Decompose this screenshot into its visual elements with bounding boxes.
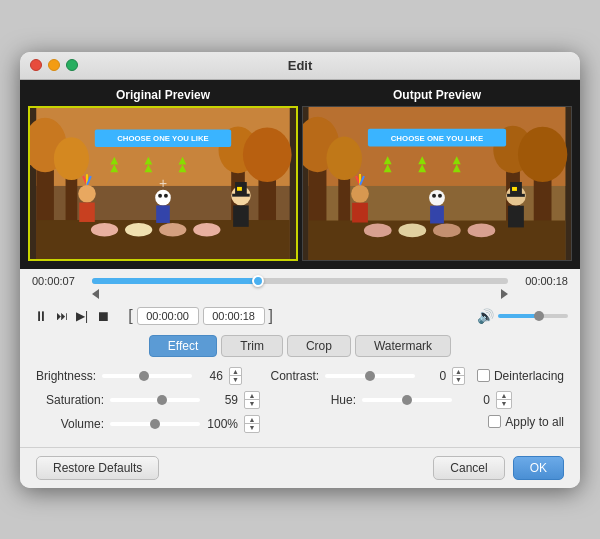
svg-point-49: [399, 223, 427, 237]
apply-to-all-checkbox[interactable]: [488, 415, 501, 428]
svg-point-14: [193, 222, 220, 236]
svg-point-42: [326, 136, 362, 179]
pause-button[interactable]: ⏸: [32, 307, 50, 325]
titlebar: Edit: [20, 52, 580, 80]
svg-rect-68: [507, 193, 525, 196]
main-window: Edit Original Preview: [20, 52, 580, 488]
volume-control-slider[interactable]: [110, 422, 200, 426]
stop-button[interactable]: ⏹: [94, 307, 112, 325]
tab-watermark[interactable]: Watermark: [355, 335, 451, 357]
timeline-thumb[interactable]: [252, 275, 264, 287]
apply-to-all-label: Apply to all: [505, 415, 564, 429]
range-end-input[interactable]: [203, 307, 265, 325]
brightness-row: Brightness: 46 ▲ ▼ Contrast: 0 ▲ ▼ Deint…: [36, 367, 564, 385]
contrast-value: 0: [421, 369, 446, 383]
traffic-lights: [30, 59, 78, 71]
contrast-down[interactable]: ▼: [453, 376, 464, 384]
timeline-track[interactable]: [92, 278, 508, 284]
timeline-area: 00:00:07 00:00:18: [20, 269, 580, 299]
svg-point-73: [438, 193, 442, 197]
svg-point-72: [432, 193, 436, 197]
controls-row: ⏸ ⏭ ▶| ⏹ [ ] 🔊: [20, 303, 580, 329]
step-forward-button[interactable]: ⏭: [54, 308, 70, 324]
svg-point-60: [351, 184, 369, 202]
hue-slider[interactable]: [362, 398, 452, 402]
svg-rect-24: [79, 202, 95, 221]
brightness-value: 46: [198, 369, 223, 383]
ok-button[interactable]: OK: [513, 456, 564, 480]
volume-value: 100%: [206, 417, 238, 431]
saturation-up[interactable]: ▲: [245, 392, 259, 401]
svg-point-9: [243, 127, 292, 182]
hue-stepper[interactable]: ▲ ▼: [496, 391, 512, 409]
tab-effect[interactable]: Effect: [149, 335, 217, 357]
saturation-label: Saturation:: [36, 393, 104, 407]
brightness-label: Brightness:: [36, 369, 96, 383]
deinterlacing-label: Deinterlacing: [494, 369, 564, 383]
volume-icon: 🔊: [477, 308, 494, 324]
hue-label: Hue:: [288, 393, 356, 407]
contrast-up[interactable]: ▲: [453, 368, 464, 377]
tab-crop[interactable]: Crop: [287, 335, 351, 357]
cancel-button[interactable]: Cancel: [433, 456, 504, 480]
svg-text:CHOOSE ONE YOU LIKE: CHOOSE ONE YOU LIKE: [391, 133, 484, 142]
bracket-close: ]: [269, 307, 273, 325]
deinterlacing-checkbox[interactable]: [477, 369, 490, 382]
tab-trim[interactable]: Trim: [221, 335, 283, 357]
restore-defaults-button[interactable]: Restore Defaults: [36, 456, 159, 480]
volume-label: Volume:: [36, 417, 104, 431]
range-start-input[interactable]: [137, 307, 199, 325]
original-preview-panel: Original Preview: [28, 88, 298, 261]
svg-point-46: [518, 126, 567, 181]
timeline-fill: [92, 278, 258, 284]
saturation-row: Saturation: 59 ▲ ▼ Hue: 0 ▲ ▼: [36, 391, 564, 409]
maximize-button[interactable]: [66, 59, 78, 71]
deinterlacing-row: Deinterlacing: [477, 369, 564, 383]
volume-slider[interactable]: [498, 314, 568, 318]
crosshair-icon: +: [159, 175, 167, 191]
hue-up[interactable]: ▲: [497, 392, 511, 401]
brightness-stepper[interactable]: ▲ ▼: [229, 367, 242, 385]
volume-down[interactable]: ▼: [245, 424, 259, 432]
saturation-slider[interactable]: [110, 398, 200, 402]
saturation-stepper[interactable]: ▲ ▼: [244, 391, 260, 409]
brightness-slider[interactable]: [102, 374, 192, 378]
original-preview-label: Original Preview: [116, 88, 210, 102]
hue-down[interactable]: ▼: [497, 400, 511, 408]
brightness-up[interactable]: ▲: [230, 368, 241, 377]
original-preview-frame: CHOOSE ONE YOU LIKE: [28, 106, 298, 261]
output-preview-panel: Output Preview: [302, 88, 572, 261]
svg-point-5: [54, 137, 89, 180]
contrast-slider[interactable]: [325, 374, 415, 378]
preview-area: Original Preview: [20, 80, 580, 269]
saturation-down[interactable]: ▼: [245, 400, 259, 408]
saturation-value: 59: [206, 393, 238, 407]
volume-row: Volume: 100% ▲ ▼ Apply to all: [36, 415, 564, 433]
timeline-start-time: 00:00:07: [32, 275, 84, 287]
timeline-left-marker[interactable]: [92, 289, 99, 299]
svg-rect-32: [237, 186, 242, 190]
close-button[interactable]: [30, 59, 42, 71]
contrast-stepper[interactable]: ▲ ▼: [452, 367, 465, 385]
svg-rect-66: [508, 205, 524, 227]
volume-up[interactable]: ▲: [245, 416, 259, 425]
volume-stepper[interactable]: ▲ ▼: [244, 415, 260, 433]
brightness-down[interactable]: ▼: [230, 376, 241, 384]
svg-point-51: [468, 223, 496, 237]
svg-point-11: [91, 222, 118, 236]
hue-value: 0: [458, 393, 490, 407]
sliders-panel: Brightness: 46 ▲ ▼ Contrast: 0 ▲ ▼ Deint…: [20, 359, 580, 447]
output-preview-label: Output Preview: [393, 88, 481, 102]
svg-rect-34: [156, 205, 170, 223]
tabs-row: Effect Trim Crop Watermark: [20, 329, 580, 359]
timeline-right-marker[interactable]: [501, 289, 508, 299]
svg-point-33: [155, 189, 171, 205]
svg-point-70: [429, 189, 445, 205]
svg-point-23: [78, 184, 96, 202]
minimize-button[interactable]: [48, 59, 60, 71]
svg-rect-31: [232, 193, 250, 196]
svg-point-50: [433, 223, 461, 237]
next-frame-button[interactable]: ▶|: [74, 308, 90, 324]
contrast-label: Contrast:: [266, 369, 319, 383]
output-preview-frame: CHOOSE ONE YOU LIKE: [302, 106, 572, 261]
